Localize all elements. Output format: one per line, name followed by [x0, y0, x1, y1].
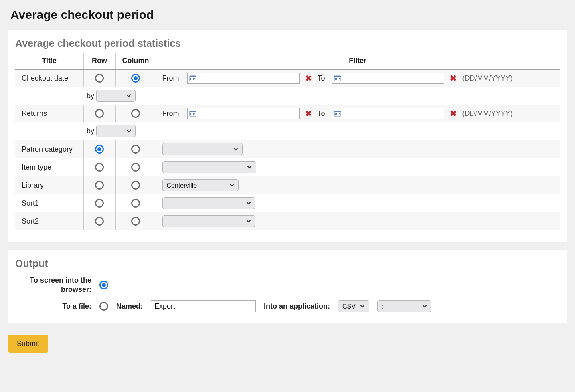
svg-rect-6	[190, 79, 191, 80]
clear-returns-from[interactable]: ✖	[304, 109, 314, 118]
title-library: Library	[15, 176, 83, 194]
title-checkout-date: Checkout date	[15, 69, 83, 87]
output-radio-file[interactable]	[99, 302, 108, 311]
output-radio-screen[interactable]	[99, 281, 108, 289]
column-radio-sort1[interactable]	[131, 199, 140, 208]
by-label: by	[87, 127, 94, 135]
output-panel: Output To screen into the browser: To a …	[8, 250, 567, 323]
column-radio-checkout-date[interactable]	[131, 74, 140, 83]
svg-rect-32	[339, 113, 340, 114]
calendar-icon	[334, 75, 341, 81]
separator-select[interactable]: ;	[377, 300, 431, 312]
column-radio-sort2[interactable]	[131, 217, 140, 226]
svg-rect-10	[334, 76, 341, 77]
row-patron-category: Patron category	[15, 140, 560, 158]
title-sort2: Sort2	[15, 212, 83, 230]
title-patron-category: Patron category	[15, 140, 83, 158]
svg-rect-29	[335, 113, 336, 114]
svg-rect-22	[193, 113, 194, 114]
clear-checkout-to[interactable]: ✖	[448, 73, 458, 83]
page-title: Average checkout period	[10, 8, 567, 22]
item-type-select[interactable]	[162, 161, 256, 173]
svg-rect-8	[193, 79, 194, 80]
row-radio-patron-category[interactable]	[95, 145, 104, 154]
output-legend: Output	[15, 255, 48, 273]
svg-rect-23	[194, 113, 195, 114]
returns-to-wrapper	[332, 108, 444, 119]
column-radio-returns[interactable]	[131, 109, 140, 118]
checkout-by-select[interactable]	[96, 90, 136, 102]
svg-rect-16	[336, 79, 337, 80]
row-radio-returns[interactable]	[95, 109, 104, 118]
by-label: by	[87, 92, 94, 100]
header-row: Row	[83, 53, 115, 69]
svg-rect-25	[192, 114, 192, 115]
row-radio-library[interactable]	[95, 181, 104, 190]
row-checkout-date: Checkout date From ✖	[15, 69, 560, 87]
header-column: Column	[115, 53, 156, 69]
svg-rect-1	[190, 76, 196, 77]
svg-rect-21	[192, 113, 192, 114]
header-title: Title	[15, 53, 83, 69]
row-item-type: Item type	[15, 158, 560, 176]
svg-rect-3	[192, 78, 192, 79]
calendar-icon	[189, 75, 196, 81]
svg-rect-4	[193, 78, 194, 79]
column-radio-item-type[interactable]	[131, 163, 140, 172]
export-name-input[interactable]	[151, 300, 256, 312]
row-sort1: Sort1	[15, 194, 560, 212]
row-library: Library Centerville	[15, 176, 560, 194]
header-filter: Filter	[156, 53, 560, 69]
format-select[interactable]: CSV	[338, 300, 369, 312]
svg-rect-34	[336, 114, 337, 115]
svg-rect-14	[339, 78, 340, 79]
date-hint: (DD/MM/YYYY)	[462, 74, 513, 83]
output-option-screen: To screen into the browser:	[15, 273, 560, 297]
into-application-label: Into an application:	[264, 302, 330, 311]
library-select[interactable]: Centerville	[162, 179, 239, 191]
statistics-panel: Average checkout period statistics Title…	[8, 30, 567, 242]
svg-rect-31	[338, 113, 338, 114]
row-returns-by: by	[15, 122, 560, 140]
title-sort1: Sort1	[15, 194, 83, 212]
returns-by-select[interactable]	[96, 125, 136, 137]
svg-rect-2	[190, 78, 191, 79]
row-radio-sort2[interactable]	[95, 217, 104, 226]
statistics-legend: Average checkout period statistics	[15, 34, 181, 53]
output-option-file: To a file: Named: Into an application: C…	[15, 297, 560, 315]
returns-from-wrapper	[187, 108, 300, 119]
row-radio-checkout-date[interactable]	[95, 74, 104, 83]
statistics-table: Title Row Column Filter Checkout date Fr…	[15, 53, 560, 230]
svg-rect-12	[336, 78, 337, 79]
checkout-to-wrapper	[332, 73, 444, 84]
calendar-icon	[189, 110, 196, 117]
returns-to-input[interactable]	[343, 110, 442, 117]
svg-rect-5	[194, 78, 195, 79]
row-sort2: Sort2	[15, 212, 560, 230]
returns-from-input[interactable]	[198, 110, 298, 117]
column-radio-library[interactable]	[131, 181, 140, 190]
from-label: From	[162, 74, 183, 83]
row-checkout-date-by: by	[15, 87, 560, 105]
clear-checkout-from[interactable]: ✖	[304, 73, 314, 83]
patron-category-select[interactable]	[162, 143, 243, 155]
named-label: Named:	[116, 302, 143, 311]
sort2-select[interactable]	[162, 215, 255, 227]
checkout-from-input[interactable]	[198, 75, 298, 82]
checkout-to-input[interactable]	[343, 75, 442, 82]
svg-rect-7	[192, 79, 192, 80]
title-item-type: Item type	[15, 158, 83, 176]
sort1-select[interactable]	[162, 197, 255, 209]
svg-rect-24	[190, 114, 191, 115]
row-returns: Returns From ✖	[15, 105, 560, 122]
svg-rect-17	[338, 79, 338, 80]
clear-returns-to[interactable]: ✖	[448, 109, 458, 118]
title-returns: Returns	[15, 105, 83, 122]
column-radio-patron-category[interactable]	[131, 145, 140, 154]
svg-rect-28	[334, 111, 341, 112]
svg-rect-35	[338, 114, 338, 115]
submit-button[interactable]: Submit	[8, 335, 48, 353]
row-radio-item-type[interactable]	[95, 163, 104, 172]
row-radio-sort1[interactable]	[95, 199, 104, 208]
svg-rect-30	[336, 113, 337, 114]
